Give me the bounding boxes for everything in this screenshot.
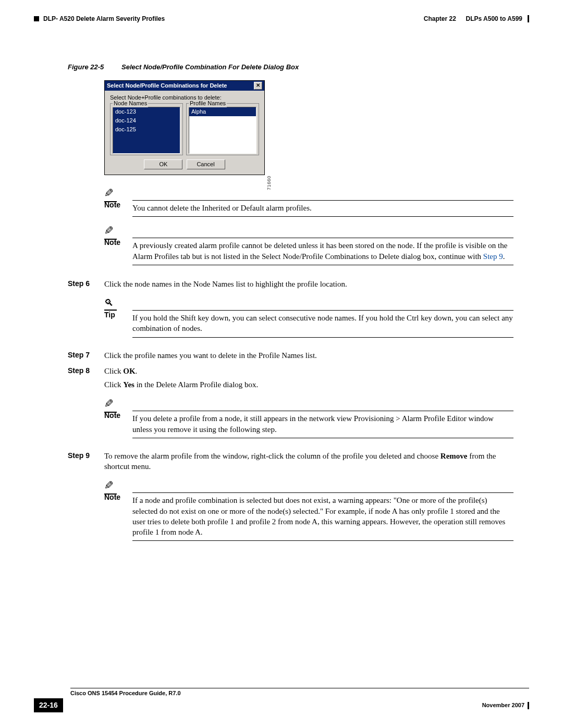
step-link[interactable]: Step 9 — [483, 252, 503, 261]
header-section-title: DLP- A520 Delete Alarm Severity Profiles — [43, 15, 165, 23]
step-text: To remove the alarm profile from the win… — [104, 451, 513, 472]
magnify-icon — [104, 295, 117, 311]
step-text: Click the node names in the Node Names l… — [104, 279, 513, 289]
tip-label: Tip — [104, 310, 115, 320]
pencil-icon — [104, 478, 117, 495]
page-header: DLP- A520 Delete Alarm Severity Profiles… — [34, 15, 529, 23]
profile-names-list[interactable]: Alpha — [189, 107, 256, 154]
note-text: If you delete a profile from a node, it … — [132, 413, 513, 435]
page-footer: Cisco ONS 15454 Procedure Guide, R7.0 22… — [34, 688, 529, 712]
cancel-button[interactable]: Cancel — [187, 159, 225, 169]
profile-names-group: Profile Names Alpha — [186, 103, 259, 155]
content-area: Figure 22-5 Select Node/Profile Combinat… — [68, 63, 513, 541]
list-item[interactable]: doc-125 — [113, 125, 180, 134]
step-label: Step 6 — [68, 279, 90, 289]
pencil-icon — [104, 396, 117, 413]
node-names-list[interactable]: doc-123 doc-124 doc-125 — [113, 107, 180, 154]
header-range: DLPs A500 to A599 — [466, 15, 523, 23]
note-text: You cannot delete the Inherited or Defau… — [132, 203, 513, 213]
delete-dialog: 71660 Select Node/Profile Combinations f… — [104, 80, 265, 176]
note-text: A previously created alarm profile canno… — [132, 240, 513, 262]
note-label: Note — [104, 200, 120, 210]
node-names-group: Node Names doc-123 doc-124 doc-125 — [110, 103, 183, 155]
figure-title: Select Node/Profile Combination For Dele… — [121, 63, 299, 71]
note-label: Note — [104, 492, 120, 502]
figure-caption: Figure 22-5 Select Node/Profile Combinat… — [68, 63, 513, 72]
step-text: Click Yes in the Delete Alarm Profile di… — [104, 379, 513, 390]
footer-date: November 2007 — [482, 701, 524, 709]
profile-names-label: Profile Names — [189, 100, 227, 107]
header-marker — [34, 16, 39, 21]
pencil-icon — [104, 223, 117, 240]
tip-text: If you hold the Shift key down, you can … — [132, 313, 513, 334]
step-label: Step 8 — [68, 366, 90, 376]
header-chapter: Chapter 22 — [424, 15, 456, 23]
list-item[interactable]: doc-123 — [113, 107, 180, 116]
dialog-title-text: Select Node/Profile Combinations for Del… — [107, 82, 227, 90]
list-item[interactable]: doc-124 — [113, 116, 180, 125]
note-text: If a node and profile combination is sel… — [132, 495, 513, 537]
figure-image-id: 71660 — [266, 176, 273, 190]
page-number: 22-16 — [34, 698, 63, 712]
step-label: Step 7 — [68, 350, 90, 360]
dialog-close-button[interactable]: ✕ — [254, 82, 262, 90]
note-label: Note — [104, 411, 120, 421]
figure-label: Figure 22-5 — [68, 63, 119, 71]
ok-button[interactable]: OK — [144, 159, 182, 169]
dialog-titlebar: Select Node/Profile Combinations for Del… — [105, 81, 264, 91]
step-label: Step 9 — [68, 451, 90, 461]
note-label: Note — [104, 238, 120, 248]
header-tick — [528, 15, 529, 22]
pencil-icon — [104, 186, 117, 202]
node-names-label: Node Names — [113, 100, 148, 107]
footer-tick — [528, 702, 529, 709]
step-text: Click OK. — [104, 366, 513, 376]
list-item[interactable]: Alpha — [189, 107, 256, 116]
step-text: Click the profile names you want to dele… — [104, 350, 513, 361]
footer-guide: Cisco ONS 15454 Procedure Guide, R7.0 — [70, 689, 181, 697]
